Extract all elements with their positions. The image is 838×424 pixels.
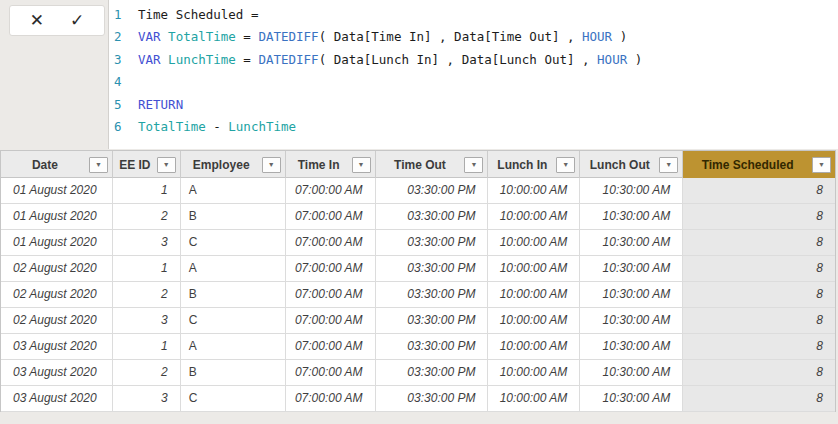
table-row: 03 August 20201A07:00:00 AM03:30:00 PM10… xyxy=(1,334,835,360)
table-row: 03 August 20203C07:00:00 AM03:30:00 PM10… xyxy=(1,386,835,412)
code-line[interactable]: 1Time Scheduled = xyxy=(109,4,838,26)
table-row: 02 August 20201A07:00:00 AM03:30:00 PM10… xyxy=(1,256,835,282)
column-header-label: Lunch In xyxy=(488,158,556,172)
cell-lunch-in: 10:00:00 AM xyxy=(488,204,580,230)
code-line[interactable]: 5RETURN xyxy=(109,94,838,116)
token: ) xyxy=(612,29,627,44)
filter-dropdown-button[interactable]: ▼ xyxy=(556,157,575,173)
x-icon: ✕ xyxy=(30,10,44,30)
token: TotalTime xyxy=(168,29,236,44)
token: VAR xyxy=(138,52,161,67)
table-row: 01 August 20203C07:00:00 AM03:30:00 PM10… xyxy=(1,230,835,256)
cell-time-out: 03:30:00 PM xyxy=(376,282,489,308)
cell-time-in: 07:00:00 AM xyxy=(286,204,376,230)
dax-editor[interactable]: 1Time Scheduled =2VAR TotalTime = DATEDI… xyxy=(108,0,838,149)
filter-dropdown-button[interactable]: ▼ xyxy=(89,157,108,173)
cell-employee: B xyxy=(181,360,286,386)
column-header-ee-id[interactable]: EE ID▼ xyxy=(113,151,181,178)
cell-lunch-out: 10:30:00 AM xyxy=(580,256,683,282)
cell-time-scheduled: 8 xyxy=(683,178,835,204)
code-line[interactable]: 3VAR LunchTime = DATEDIFF( Data[Lunch In… xyxy=(109,49,838,71)
cell-date: 02 August 2020 xyxy=(1,282,113,308)
cell-lunch-out: 10:30:00 AM xyxy=(580,282,683,308)
chevron-down-icon: ▼ xyxy=(95,161,102,168)
cell-date: 01 August 2020 xyxy=(1,178,113,204)
token xyxy=(161,52,169,67)
cell-date: 01 August 2020 xyxy=(1,230,113,256)
table-row: 02 August 20202B07:00:00 AM03:30:00 PM10… xyxy=(1,282,835,308)
column-header-label: Time In xyxy=(286,158,352,172)
token: HOUR xyxy=(597,52,627,67)
column-header-lunch-in[interactable]: Lunch In▼ xyxy=(488,151,580,178)
token xyxy=(161,29,169,44)
table-row: 03 August 20202B07:00:00 AM03:30:00 PM10… xyxy=(1,360,835,386)
column-header-label: Employee xyxy=(181,158,262,172)
cell-time-out: 03:30:00 PM xyxy=(376,360,489,386)
chevron-down-icon: ▼ xyxy=(268,161,275,168)
cell-employee: B xyxy=(181,282,286,308)
cell-lunch-in: 10:00:00 AM xyxy=(488,334,580,360)
filter-dropdown-button[interactable]: ▼ xyxy=(659,157,678,173)
cancel-button[interactable]: ✕ xyxy=(24,12,50,29)
column-header-time-scheduled[interactable]: Time Scheduled▼ xyxy=(683,151,835,178)
token: DATEDIFF xyxy=(258,52,318,67)
formula-commit-buttons: ✕ ✓ xyxy=(9,5,105,36)
accept-button[interactable]: ✓ xyxy=(64,12,90,29)
power-bi-data-view: ✕ ✓ 1Time Scheduled =2VAR TotalTime = DA… xyxy=(0,0,838,424)
cell-time-out: 03:30:00 PM xyxy=(376,178,489,204)
line-number: 4 xyxy=(114,71,129,93)
chevron-down-icon: ▼ xyxy=(665,161,672,168)
cell-lunch-in: 10:00:00 AM xyxy=(488,282,580,308)
column-header-time-out[interactable]: Time Out▼ xyxy=(376,151,489,178)
cell-date: 03 August 2020 xyxy=(1,334,113,360)
cell-time-scheduled: 8 xyxy=(683,282,835,308)
token: ( Data[Time In] , Data[Time Out] , xyxy=(319,29,582,44)
token: = xyxy=(236,52,259,67)
column-header-employee[interactable]: Employee▼ xyxy=(181,151,286,178)
cell-employee: B xyxy=(181,204,286,230)
chevron-down-icon: ▼ xyxy=(818,161,825,168)
token: HOUR xyxy=(582,29,612,44)
cell-date: 02 August 2020 xyxy=(1,308,113,334)
filter-dropdown-button[interactable]: ▼ xyxy=(464,157,483,173)
token: LunchTime xyxy=(228,119,296,134)
filter-dropdown-button[interactable]: ▼ xyxy=(352,157,371,173)
code-line[interactable]: 6TotalTime - LunchTime xyxy=(109,116,838,138)
line-number: 6 xyxy=(114,116,129,138)
token: DATEDIFF xyxy=(258,29,318,44)
cell-ee-id: 2 xyxy=(113,204,181,230)
chevron-down-icon: ▼ xyxy=(470,161,477,168)
code-line[interactable]: 2VAR TotalTime = DATEDIFF( Data[Time In]… xyxy=(109,26,838,48)
cell-lunch-in: 10:00:00 AM xyxy=(488,178,580,204)
line-number: 2 xyxy=(114,26,129,48)
cell-time-out: 03:30:00 PM xyxy=(376,386,489,412)
code-text: VAR LunchTime = DATEDIFF( Data[Lunch In]… xyxy=(138,49,642,71)
code-text: VAR TotalTime = DATEDIFF( Data[Time In] … xyxy=(138,26,627,48)
column-header-time-in[interactable]: Time In▼ xyxy=(286,151,376,178)
chevron-down-icon: ▼ xyxy=(358,161,365,168)
column-header-label: Time Scheduled xyxy=(683,158,812,172)
cell-lunch-out: 10:30:00 AM xyxy=(580,308,683,334)
filter-dropdown-button[interactable]: ▼ xyxy=(262,157,281,173)
cell-date: 02 August 2020 xyxy=(1,256,113,282)
cell-lunch-in: 10:00:00 AM xyxy=(488,360,580,386)
cell-time-out: 03:30:00 PM xyxy=(376,230,489,256)
cell-employee: C xyxy=(181,386,286,412)
cell-employee: C xyxy=(181,230,286,256)
column-header-date[interactable]: Date▼ xyxy=(1,151,113,178)
chevron-down-icon: ▼ xyxy=(163,161,170,168)
cell-time-in: 07:00:00 AM xyxy=(286,360,376,386)
chevron-down-icon: ▼ xyxy=(562,161,569,168)
code-line[interactable]: 4 xyxy=(109,71,838,93)
column-header-lunch-out[interactable]: Lunch Out▼ xyxy=(580,151,683,178)
token: = xyxy=(236,29,259,44)
dax-editor-lines: 1Time Scheduled =2VAR TotalTime = DATEDI… xyxy=(109,0,838,138)
line-number: 5 xyxy=(114,94,129,116)
filter-dropdown-button[interactable]: ▼ xyxy=(812,157,831,173)
cell-date: 03 August 2020 xyxy=(1,386,113,412)
table-header-row: Date▼EE ID▼Employee▼Time In▼Time Out▼Lun… xyxy=(1,151,835,178)
line-number: 1 xyxy=(114,4,129,26)
filter-dropdown-button[interactable]: ▼ xyxy=(157,157,176,173)
code-text: TotalTime - LunchTime xyxy=(138,116,296,138)
cell-time-in: 07:00:00 AM xyxy=(286,334,376,360)
